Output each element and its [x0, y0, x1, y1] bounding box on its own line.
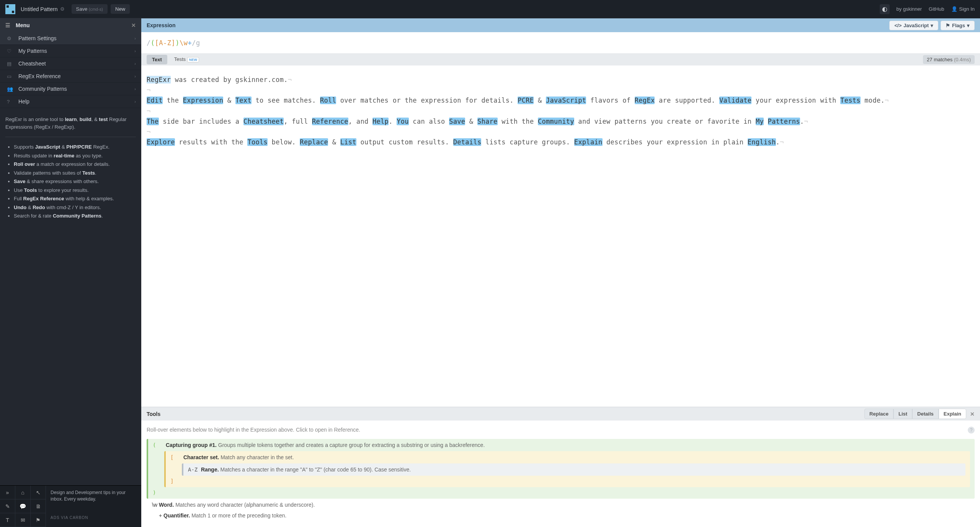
menu-header: ☰ Menu ✕ [0, 18, 141, 32]
ad-attribution[interactable]: ADS VIA CARBON [46, 513, 93, 527]
author-link[interactable]: gskinner [903, 6, 922, 12]
sidebar-item-help[interactable]: ? Help › [0, 95, 141, 108]
moon-icon: ◐ [882, 5, 887, 13]
help-icon: ? [7, 99, 14, 105]
gear-icon[interactable]: ⚙ [60, 6, 65, 12]
tool-tab-list[interactable]: List [893, 409, 912, 419]
tools-header: Tools Replace List Details Explain ✕ [141, 407, 980, 421]
content-pane: Expression </> JavaScript ▾ ⚑ Flags ▾ /(… [141, 18, 980, 527]
sidebar-footer: » ⌂ ↖ ✎ 💬 🗎 Design and Development tips … [0, 485, 141, 527]
chevron-right-icon: › [134, 87, 136, 91]
expression-header: Expression </> JavaScript ▾ ⚑ Flags ▾ [141, 18, 980, 32]
hamburger-icon[interactable]: ☰ [5, 22, 10, 28]
flags-selector[interactable]: ⚑ Flags ▾ [941, 21, 975, 30]
sidebar-item-community[interactable]: 👥 Community Patterns › [0, 83, 141, 95]
pen-icon[interactable]: ✎ [0, 499, 15, 513]
explain-quantifier[interactable]: + Quantifier. Match 1 or more of the pre… [147, 510, 975, 521]
tools-hint: Roll-over elements below to highlight in… [147, 427, 975, 433]
mail-icon[interactable]: ✉ [15, 513, 31, 527]
new-button[interactable]: New [111, 4, 130, 14]
book-icon: ▭ [7, 74, 14, 79]
explain-group-open[interactable]: ( Capturing group #1. Groups multiple to… [147, 439, 975, 499]
sidebar-item-pattern-settings[interactable]: ⚙ Pattern Settings › [0, 32, 141, 45]
tool-tab-replace[interactable]: Replace [864, 409, 893, 419]
flag-icon[interactable]: ⚑ [31, 513, 46, 527]
home-icon[interactable]: ⌂ [15, 486, 31, 499]
sidebar-item-regex-reference[interactable]: ▭ RegEx Reference › [0, 70, 141, 83]
expression-input[interactable]: /([A-Z])\w+/g [141, 32, 980, 53]
chevron-down-icon: ▾ [967, 23, 970, 28]
chevron-right-icon: › [134, 61, 136, 66]
feature-list: Supports JavaScript & PHP/PCRE RegEx. Re… [5, 143, 136, 220]
flavor-selector[interactable]: </> JavaScript ▾ [889, 21, 938, 30]
list-icon: ▤ [7, 61, 14, 67]
text-icon[interactable]: T [0, 513, 15, 527]
chat-icon[interactable]: 💬 [15, 499, 31, 513]
flag-icon: ⚑ [946, 23, 950, 28]
explain-charset-open[interactable]: [ Character set. Match any character in … [164, 451, 970, 487]
code-icon: </> [894, 23, 902, 28]
close-icon[interactable]: ✕ [131, 22, 136, 28]
heart-icon: ♡ [7, 48, 14, 54]
tools-close-icon[interactable]: ✕ [970, 411, 975, 417]
explain-range[interactable]: A-Z Range. Matches a character in the ra… [182, 463, 965, 476]
sidebar-description: RegExr is an online tool to learn, build… [0, 108, 141, 485]
github-link[interactable]: GitHub [929, 6, 944, 12]
new-badge: NEW [187, 57, 199, 62]
tools-content: ? Roll-over elements below to highlight … [141, 421, 980, 527]
signin-button[interactable]: 👤 Sign In [951, 6, 975, 12]
tab-text[interactable]: Text [147, 55, 167, 64]
people-icon: 👥 [7, 86, 14, 92]
explain-charset-close[interactable]: ] [170, 478, 182, 484]
chevron-down-icon: ▾ [931, 23, 933, 28]
explain-word[interactable]: \w Word. Matches any word character (alp… [147, 499, 975, 510]
cursor-icon[interactable]: ↖ [31, 486, 46, 499]
chevron-right-icon: › [134, 99, 136, 104]
chevron-right-icon: › [134, 49, 136, 53]
expand-icon[interactable]: » [0, 486, 15, 499]
help-icon[interactable]: ? [968, 427, 975, 434]
sidebar-item-cheatsheet[interactable]: ▤ Cheatsheet › [0, 57, 141, 70]
gear-icon: ⚙ [7, 36, 14, 41]
pattern-title[interactable]: Untitled Pattern [21, 6, 58, 12]
theme-toggle[interactable]: ◐ [880, 4, 890, 14]
sidebar-item-my-patterns[interactable]: ♡ My Patterns › [0, 45, 141, 57]
match-count: 27 matches (0.4ms) [923, 55, 975, 64]
text-input[interactable]: RegExr was created by gskinner.com.¬ ¬ E… [141, 65, 980, 407]
save-button[interactable]: Save (cmd-s) [72, 4, 108, 14]
logo-icon[interactable] [5, 4, 15, 14]
tab-tests[interactable]: TestsNEW [169, 54, 204, 64]
topbar: Untitled Pattern ⚙ Save (cmd-s) New ◐ by… [0, 0, 980, 18]
mode-tabs: Text TestsNEW 27 matches (0.4ms) [141, 53, 980, 65]
chevron-right-icon: › [134, 36, 136, 41]
user-icon: 👤 [951, 6, 957, 12]
tool-tab-explain[interactable]: Explain [939, 409, 966, 419]
file-icon[interactable]: 🗎 [31, 499, 46, 513]
by-line: by gskinner [897, 6, 922, 12]
tool-tab-details[interactable]: Details [912, 409, 939, 419]
ad-text[interactable]: Design and Development tips in your inbo… [46, 486, 141, 513]
sidebar: ☰ Menu ✕ ⚙ Pattern Settings › ♡ My Patte… [0, 18, 141, 527]
chevron-right-icon: › [134, 74, 136, 79]
explain-group-close[interactable]: ) [153, 489, 164, 496]
